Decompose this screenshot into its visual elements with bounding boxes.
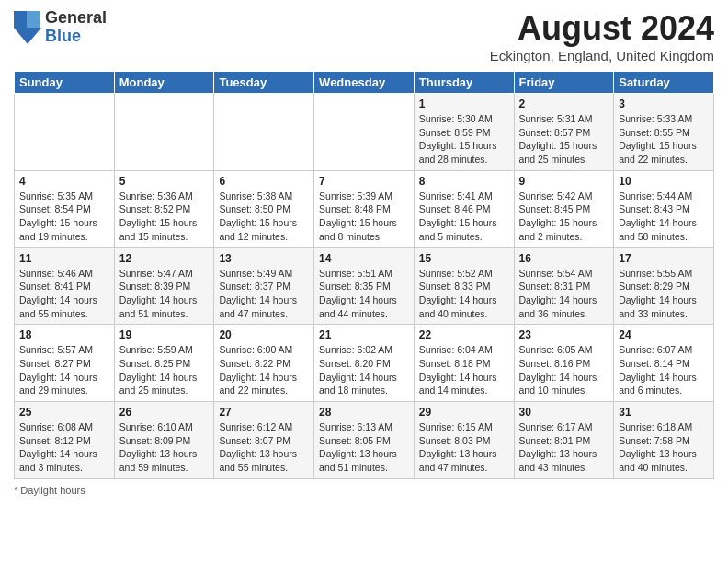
- day-info: Sunrise: 5:54 AMSunset: 8:31 PMDaylight:…: [519, 267, 609, 321]
- day-info: Sunrise: 5:36 AMSunset: 8:52 PMDaylight:…: [119, 190, 210, 244]
- weekday-header-thursday: Thursday: [414, 72, 514, 94]
- week-row-1: 1Sunrise: 5:30 AMSunset: 8:59 PMDaylight…: [15, 94, 714, 171]
- day-number: 26: [119, 406, 210, 419]
- weekday-header-monday: Monday: [114, 72, 214, 94]
- calendar-cell: 1Sunrise: 5:30 AMSunset: 8:59 PMDaylight…: [414, 94, 514, 171]
- day-number: 6: [219, 175, 309, 188]
- calendar-cell: 12Sunrise: 5:47 AMSunset: 8:39 PMDayligh…: [114, 247, 214, 325]
- calendar-cell: 28Sunrise: 6:13 AMSunset: 8:05 PMDayligh…: [314, 402, 415, 479]
- weekday-header-wednesday: Wednesday: [314, 72, 415, 94]
- day-number: 1: [419, 98, 509, 110]
- calendar-cell: 14Sunrise: 5:51 AMSunset: 8:35 PMDayligh…: [314, 247, 415, 325]
- calendar-cell: 16Sunrise: 5:54 AMSunset: 8:31 PMDayligh…: [514, 247, 614, 325]
- svg-rect-0: [14, 11, 27, 28]
- day-number: 4: [19, 175, 109, 188]
- day-info: Sunrise: 5:39 AMSunset: 8:48 PMDaylight:…: [319, 190, 409, 244]
- calendar-cell: 9Sunrise: 5:42 AMSunset: 8:45 PMDaylight…: [514, 170, 614, 247]
- day-number: 18: [19, 328, 109, 341]
- calendar-cell: 3Sunrise: 5:33 AMSunset: 8:55 PMDaylight…: [614, 94, 714, 171]
- day-info: Sunrise: 6:10 AMSunset: 8:09 PMDaylight:…: [119, 420, 210, 475]
- day-number: 12: [119, 252, 210, 265]
- day-number: 3: [619, 98, 709, 110]
- day-number: 13: [219, 252, 309, 265]
- calendar-cell: 19Sunrise: 5:59 AMSunset: 8:25 PMDayligh…: [114, 325, 214, 402]
- day-number: 7: [319, 175, 409, 188]
- calendar-cell: 26Sunrise: 6:10 AMSunset: 8:09 PMDayligh…: [114, 402, 214, 479]
- calendar-cell: 18Sunrise: 5:57 AMSunset: 8:27 PMDayligh…: [15, 325, 115, 402]
- day-info: Sunrise: 5:57 AMSunset: 8:27 PMDaylight:…: [19, 343, 109, 397]
- weekday-header-saturday: Saturday: [614, 72, 714, 94]
- day-info: Sunrise: 5:46 AMSunset: 8:41 PMDaylight:…: [19, 267, 109, 321]
- day-info: Sunrise: 5:38 AMSunset: 8:50 PMDaylight:…: [219, 190, 309, 244]
- day-number: 28: [319, 406, 409, 419]
- day-info: Sunrise: 6:02 AMSunset: 8:20 PMDaylight:…: [319, 343, 409, 397]
- day-number: 20: [219, 328, 309, 341]
- svg-marker-2: [14, 28, 41, 44]
- day-number: 19: [119, 328, 210, 341]
- logo-icon: [14, 11, 41, 44]
- week-row-4: 18Sunrise: 5:57 AMSunset: 8:27 PMDayligh…: [15, 325, 714, 402]
- day-info: Sunrise: 5:31 AMSunset: 8:57 PMDaylight:…: [519, 112, 609, 167]
- week-row-2: 4Sunrise: 5:35 AMSunset: 8:54 PMDaylight…: [15, 170, 714, 247]
- day-number: 29: [419, 406, 509, 419]
- calendar-cell: 20Sunrise: 6:00 AMSunset: 8:22 PMDayligh…: [214, 325, 314, 402]
- day-number: 22: [419, 328, 509, 341]
- day-number: 2: [519, 98, 609, 110]
- day-info: Sunrise: 5:33 AMSunset: 8:55 PMDaylight:…: [619, 112, 709, 167]
- day-info: Sunrise: 6:13 AMSunset: 8:05 PMDaylight:…: [319, 420, 409, 475]
- day-number: 24: [619, 328, 709, 341]
- calendar-cell: 30Sunrise: 6:17 AMSunset: 8:01 PMDayligh…: [514, 402, 614, 479]
- day-info: Sunrise: 5:42 AMSunset: 8:45 PMDaylight:…: [519, 190, 609, 244]
- day-number: 5: [119, 175, 210, 188]
- day-info: Sunrise: 5:59 AMSunset: 8:25 PMDaylight:…: [119, 343, 210, 397]
- calendar-cell: [214, 94, 314, 171]
- day-info: Sunrise: 6:07 AMSunset: 8:14 PMDaylight:…: [619, 343, 709, 397]
- day-info: Sunrise: 5:52 AMSunset: 8:33 PMDaylight:…: [419, 267, 509, 321]
- day-info: Sunrise: 6:12 AMSunset: 8:07 PMDaylight:…: [219, 420, 309, 475]
- day-info: Sunrise: 6:08 AMSunset: 8:12 PMDaylight:…: [19, 420, 109, 475]
- day-info: Sunrise: 5:47 AMSunset: 8:39 PMDaylight:…: [119, 267, 210, 321]
- calendar-cell: 4Sunrise: 5:35 AMSunset: 8:54 PMDaylight…: [15, 170, 115, 247]
- day-info: Sunrise: 5:44 AMSunset: 8:43 PMDaylight:…: [619, 190, 709, 244]
- footer-note: * Daylight hours: [14, 485, 714, 496]
- day-info: Sunrise: 6:00 AMSunset: 8:22 PMDaylight:…: [219, 343, 309, 397]
- calendar-cell: 10Sunrise: 5:44 AMSunset: 8:43 PMDayligh…: [614, 170, 714, 247]
- calendar-cell: 6Sunrise: 5:38 AMSunset: 8:50 PMDaylight…: [214, 170, 314, 247]
- calendar-cell: 13Sunrise: 5:49 AMSunset: 8:37 PMDayligh…: [214, 247, 314, 325]
- day-number: 31: [619, 406, 709, 419]
- day-info: Sunrise: 6:05 AMSunset: 8:16 PMDaylight:…: [519, 343, 609, 397]
- header: General Blue August 2024 Eckington, Engl…: [14, 9, 714, 63]
- calendar-cell: 8Sunrise: 5:41 AMSunset: 8:46 PMDaylight…: [414, 170, 514, 247]
- day-number: 27: [219, 406, 309, 419]
- calendar-cell: 5Sunrise: 5:36 AMSunset: 8:52 PMDaylight…: [114, 170, 214, 247]
- calendar-cell: [15, 94, 115, 171]
- page: General Blue August 2024 Eckington, Engl…: [0, 0, 728, 563]
- day-number: 17: [619, 252, 709, 265]
- day-number: 11: [19, 252, 109, 265]
- calendar-cell: 27Sunrise: 6:12 AMSunset: 8:07 PMDayligh…: [214, 402, 314, 479]
- day-info: Sunrise: 6:15 AMSunset: 8:03 PMDaylight:…: [419, 420, 509, 475]
- weekday-header-row: SundayMondayTuesdayWednesdayThursdayFrid…: [15, 72, 714, 94]
- calendar-cell: 17Sunrise: 5:55 AMSunset: 8:29 PMDayligh…: [614, 247, 714, 325]
- calendar-cell: 7Sunrise: 5:39 AMSunset: 8:48 PMDaylight…: [314, 170, 415, 247]
- calendar-cell: 25Sunrise: 6:08 AMSunset: 8:12 PMDayligh…: [15, 402, 115, 479]
- day-number: 23: [519, 328, 609, 341]
- day-info: Sunrise: 6:04 AMSunset: 8:18 PMDaylight:…: [419, 343, 509, 397]
- calendar-cell: 2Sunrise: 5:31 AMSunset: 8:57 PMDaylight…: [514, 94, 614, 171]
- calendar-cell: 15Sunrise: 5:52 AMSunset: 8:33 PMDayligh…: [414, 247, 514, 325]
- calendar-cell: 29Sunrise: 6:15 AMSunset: 8:03 PMDayligh…: [414, 402, 514, 479]
- weekday-header-tuesday: Tuesday: [214, 72, 314, 94]
- weekday-header-sunday: Sunday: [15, 72, 115, 94]
- day-info: Sunrise: 6:17 AMSunset: 8:01 PMDaylight:…: [519, 420, 609, 475]
- svg-rect-1: [27, 11, 40, 28]
- day-number: 10: [619, 175, 709, 188]
- title-block: August 2024 Eckington, England, United K…: [490, 9, 714, 63]
- day-number: 21: [319, 328, 409, 341]
- day-number: 8: [419, 175, 509, 188]
- day-info: Sunrise: 5:49 AMSunset: 8:37 PMDaylight:…: [219, 267, 309, 321]
- calendar-table: SundayMondayTuesdayWednesdayThursdayFrid…: [14, 71, 714, 479]
- location: Eckington, England, United Kingdom: [490, 48, 714, 63]
- day-info: Sunrise: 6:18 AMSunset: 7:58 PMDaylight:…: [619, 420, 709, 475]
- calendar-cell: 24Sunrise: 6:07 AMSunset: 8:14 PMDayligh…: [614, 325, 714, 402]
- calendar-cell: 11Sunrise: 5:46 AMSunset: 8:41 PMDayligh…: [15, 247, 115, 325]
